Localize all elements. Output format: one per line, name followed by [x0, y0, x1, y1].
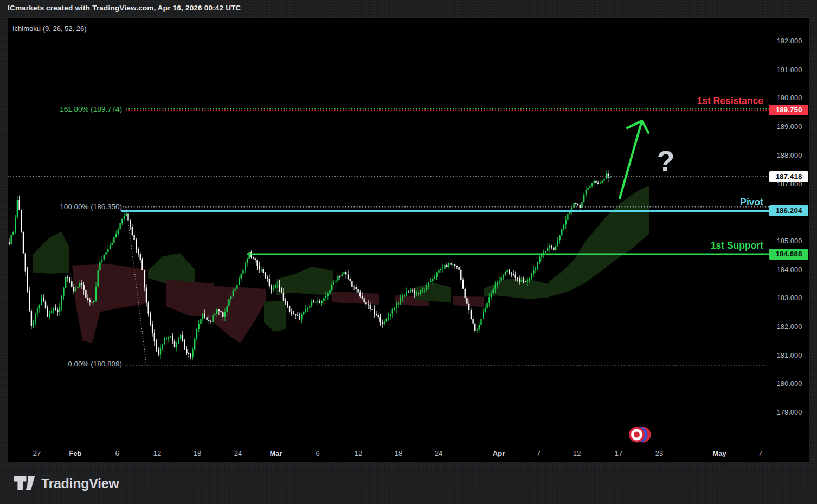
candle-body	[342, 274, 343, 276]
candle-body	[81, 283, 82, 285]
candle-body	[150, 314, 151, 324]
price-tag-187.418: 187.418	[769, 171, 808, 182]
candle-body	[265, 273, 266, 277]
question-mark-annotation: ?	[653, 144, 679, 178]
candle-body	[452, 264, 453, 265]
candle-body	[426, 285, 427, 289]
y-axis-label: 181.000	[769, 351, 809, 359]
projection-arrow[interactable]	[620, 121, 642, 198]
candle-body	[236, 285, 237, 289]
candle-body	[37, 308, 38, 313]
candle-body	[485, 308, 486, 312]
candle-body	[39, 305, 40, 308]
candle-body	[57, 310, 58, 312]
candle-body	[307, 308, 308, 309]
candle-body	[350, 279, 351, 281]
candle-body	[127, 214, 128, 221]
candle-body	[345, 272, 346, 275]
candle-body	[255, 258, 256, 260]
candle-body	[162, 344, 163, 348]
x-axis-label-17: 17	[615, 449, 622, 457]
candle-body	[608, 174, 609, 178]
y-axis-label: 179.000	[769, 408, 809, 416]
candle-body	[434, 277, 435, 279]
candle-body	[406, 292, 407, 295]
candle-body	[359, 293, 361, 296]
candle-body	[519, 278, 520, 282]
candle-body	[49, 313, 50, 317]
event-marker-icon	[630, 427, 651, 443]
chart-canvas[interactable]	[0, 0, 817, 504]
candle-body	[537, 262, 538, 268]
candle-body	[65, 277, 66, 288]
candle-body	[293, 314, 294, 315]
candle-body	[180, 335, 181, 339]
candle-body	[29, 291, 30, 311]
candle-body	[239, 279, 240, 285]
candle-body	[113, 237, 114, 243]
candle-body	[339, 276, 340, 277]
candle-body	[557, 240, 558, 247]
candle-body	[172, 336, 173, 341]
price-axis[interactable]: 192.000191.000190.000189.000188.000187.0…	[769, 18, 809, 462]
candle-body	[468, 304, 469, 310]
candle-body	[12, 232, 14, 235]
candle-body	[499, 281, 500, 282]
candle-body	[446, 265, 447, 267]
candle-body	[553, 248, 554, 250]
support-label: 1st Support	[623, 240, 763, 251]
candle-body	[549, 246, 550, 248]
x-axis-label-23: 23	[655, 449, 663, 457]
candle-body	[146, 287, 147, 302]
candle-body	[198, 324, 200, 329]
candle-body	[269, 279, 270, 286]
candle-body	[577, 204, 578, 205]
candle-body	[589, 186, 590, 188]
candle-body	[73, 287, 74, 291]
candle-body	[133, 235, 134, 240]
candle-body	[567, 214, 568, 220]
candle-body	[563, 224, 564, 229]
candle-body	[130, 221, 131, 227]
candle-body	[105, 252, 106, 255]
candle-body	[325, 296, 326, 298]
candle-body	[53, 308, 54, 311]
x-axis-label-18: 18	[395, 449, 402, 457]
candle-body	[253, 257, 254, 258]
candle-body	[521, 280, 522, 282]
candle-body	[410, 290, 411, 292]
indicator-label[interactable]: Ichimoku (9, 26, 52, 26)	[12, 24, 87, 33]
candle-body	[234, 289, 235, 291]
candle-body	[242, 270, 243, 274]
candle-body	[144, 270, 145, 288]
candle-body	[47, 308, 48, 317]
candle-body	[15, 217, 16, 232]
candle-body	[440, 269, 441, 271]
candle-body	[371, 309, 372, 310]
candle-body	[603, 179, 604, 181]
x-axis-label-12: 12	[153, 449, 161, 457]
candle-body	[509, 270, 510, 273]
candle-body	[525, 281, 526, 282]
x-axis-label-24: 24	[234, 449, 242, 457]
candle-body	[259, 266, 260, 269]
candle-body	[227, 306, 228, 312]
candle-body	[124, 216, 125, 219]
candle-body	[192, 350, 193, 357]
candle-body	[547, 248, 548, 251]
candle-body	[98, 270, 99, 287]
candle-body	[365, 302, 366, 304]
candle-body	[523, 280, 524, 281]
candle-body	[404, 295, 405, 296]
candle-body	[279, 285, 280, 288]
candle-body	[184, 341, 185, 349]
candle-body	[101, 260, 102, 262]
time-axis[interactable]: 27Feb6121824Mar6121824Apr7121723May7	[0, 449, 817, 460]
price-tag-186.204: 186.204	[769, 205, 808, 216]
candle-body	[348, 274, 349, 279]
candle-body	[368, 304, 369, 305]
candle-body	[535, 268, 536, 270]
candle-body	[335, 281, 336, 282]
fib-level-label-0: 0.00% (180.809)	[16, 360, 122, 369]
candle-body	[233, 290, 234, 296]
